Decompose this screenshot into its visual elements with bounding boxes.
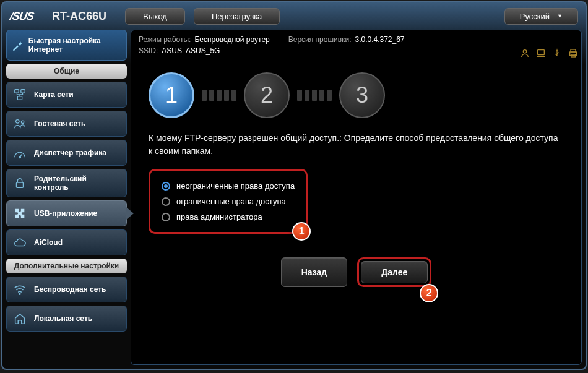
logout-button[interactable]: Выход	[125, 8, 185, 25]
annotation-badge-2: 2	[420, 284, 438, 302]
mode-label: Режим работы:	[139, 35, 191, 44]
wand-icon	[12, 38, 24, 52]
sidebar-item-label: AiCloud	[34, 238, 63, 247]
ssid-2[interactable]: ASUS_5G	[186, 46, 220, 55]
svg-rect-1	[21, 90, 25, 93]
step-connector	[297, 90, 332, 101]
svg-point-5	[19, 156, 21, 158]
sidebar-item-aicloud[interactable]: AiCloud	[6, 229, 127, 255]
svg-point-7	[19, 293, 20, 294]
radio-unlimited-access[interactable]: неограниченные права доступа	[162, 178, 295, 194]
sidebar-item-label: Диспетчер трафика	[34, 148, 106, 157]
radio-label: права администратора	[176, 212, 262, 221]
next-highlight: Далее 2	[357, 257, 431, 287]
printer-status-icon[interactable]	[568, 48, 578, 61]
wizard-steps: 1 2 3	[149, 72, 564, 118]
svg-point-10	[556, 49, 558, 51]
home-icon	[12, 311, 28, 326]
info-bar: Режим работы: Беспроводной роутер Версия…	[131, 30, 581, 60]
sidebar-item-wireless[interactable]: Беспроводная сеть	[6, 277, 127, 302]
quick-setup-button[interactable]: Быстрая настройка Интернет	[6, 30, 127, 61]
radio-limited-access[interactable]: ограниченные права доступа	[162, 194, 295, 209]
sidebar: Быстрая настройка Интернет Общие Карта с…	[6, 30, 127, 365]
sidebar-item-label: Локальная сеть	[34, 314, 92, 323]
radio-icon	[162, 182, 170, 191]
step-connector	[202, 90, 236, 101]
model-name: RT-AC66U	[52, 10, 106, 23]
radio-label: ограниченные права доступа	[176, 197, 286, 206]
step-3: 3	[339, 72, 385, 118]
language-label: Русский	[520, 12, 550, 21]
usb-status-icon[interactable]	[552, 48, 562, 61]
sidebar-item-guest-network[interactable]: Гостевая сеть	[6, 111, 127, 137]
radio-admin-rights[interactable]: права администратора	[162, 209, 295, 225]
sidebar-item-usb-application[interactable]: USB-приложение	[6, 200, 127, 226]
chevron-down-icon: ▼	[557, 13, 563, 19]
sidebar-item-network-map[interactable]: Карта сети	[6, 82, 127, 108]
instruction-text: К моему FTP-серверу разрешен общий досту…	[149, 132, 564, 158]
svg-rect-0	[15, 90, 19, 93]
back-button[interactable]: Назад	[281, 257, 348, 287]
brand-logo: /SUS	[9, 10, 47, 22]
svg-rect-6	[17, 182, 24, 187]
app-frame: /SUS RT-AC66U Выход Перезагрузка Русский…	[1, 1, 587, 370]
wizard-content: 1 2 3 К моему FTP-серверу разрешен общий…	[131, 60, 581, 364]
section-header-advanced: Дополнительные настройки	[6, 259, 127, 273]
next-button[interactable]: Далее	[361, 261, 428, 283]
network-map-icon	[12, 87, 28, 102]
main-panel: Режим работы: Беспроводной роутер Версия…	[131, 30, 582, 365]
lock-icon	[12, 176, 28, 191]
top-bar: /SUS RT-AC66U Выход Перезагрузка Русский…	[2, 2, 586, 30]
radio-label: неограниченные права доступа	[176, 181, 295, 191]
ssid-1[interactable]: ASUS	[162, 46, 182, 55]
reboot-button[interactable]: Перезагрузка	[194, 8, 280, 25]
fw-value[interactable]: 3.0.0.4.372_67	[355, 35, 404, 44]
sidebar-item-label: Гостевая сеть	[34, 119, 85, 128]
lan-status-icon[interactable]	[536, 48, 546, 61]
cloud-icon	[12, 235, 28, 250]
language-select[interactable]: Русский ▼	[504, 8, 578, 25]
user-status-icon[interactable]	[520, 48, 530, 61]
mode-value[interactable]: Беспроводной роутер	[194, 35, 269, 44]
puzzle-icon	[12, 206, 28, 221]
status-icons	[520, 48, 578, 61]
sidebar-item-label: Карта сети	[34, 90, 74, 99]
svg-rect-9	[538, 50, 545, 55]
ssid-label: SSID:	[139, 46, 158, 55]
section-header-general: Общие	[6, 64, 127, 79]
guest-network-icon	[12, 116, 28, 131]
svg-point-4	[21, 121, 24, 123]
sidebar-item-parental-control[interactable]: Родительский контроль	[6, 169, 127, 197]
quick-setup-label: Быстрая настройка Интернет	[28, 36, 121, 54]
sidebar-item-label: Беспроводная сеть	[34, 285, 106, 294]
sidebar-item-lan[interactable]: Локальная сеть	[6, 306, 127, 332]
wifi-icon	[12, 282, 28, 297]
traffic-icon	[12, 145, 28, 160]
sidebar-item-label: USB-приложение	[34, 209, 97, 218]
step-1: 1	[149, 72, 194, 118]
svg-point-3	[16, 120, 19, 124]
svg-rect-2	[17, 96, 22, 100]
sidebar-item-traffic-manager[interactable]: Диспетчер трафика	[6, 140, 127, 166]
step-2: 2	[244, 72, 290, 118]
sidebar-item-label: Родительский контроль	[34, 174, 121, 192]
access-rights-group: неограниченные права доступа ограниченны…	[149, 169, 308, 234]
radio-icon	[162, 197, 170, 206]
annotation-badge-1: 1	[292, 222, 311, 241]
fw-label: Версия прошивки:	[288, 35, 352, 44]
wizard-actions: Назад Далее 2	[149, 257, 564, 287]
radio-icon	[162, 213, 170, 221]
svg-point-8	[523, 50, 526, 53]
